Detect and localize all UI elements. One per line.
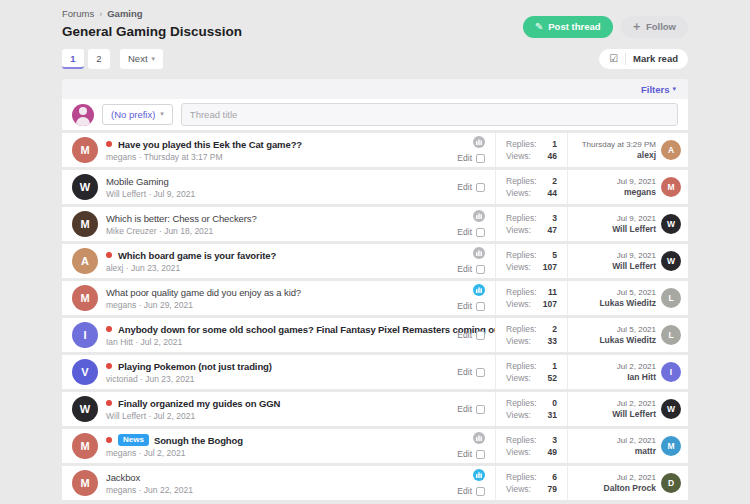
current-user-avatar[interactable] xyxy=(72,104,94,126)
last-post-avatar[interactable]: W xyxy=(661,399,681,419)
thread-author-link[interactable]: megans xyxy=(106,485,136,495)
last-post-user-link[interactable]: Lukas Wieditz xyxy=(599,298,656,308)
thread-author-link[interactable]: Will Leffert xyxy=(106,411,146,421)
last-post-date-link[interactable]: Jul 2, 2021 xyxy=(617,436,656,445)
last-post-date-link[interactable]: Jul 9, 2021 xyxy=(617,177,656,186)
thread-title-link[interactable]: Sonugh the Boghog xyxy=(154,435,243,446)
last-post-user-link[interactable]: alexj xyxy=(582,150,656,160)
thread-author-link[interactable]: Will Leffert xyxy=(106,189,146,199)
edit-link[interactable]: Edit xyxy=(457,227,472,237)
thread-avatar[interactable]: M xyxy=(72,137,98,163)
last-post-user-link[interactable]: Will Leffert xyxy=(612,261,656,271)
toolbar: 1 2 Next ▾ ☑ Mark read xyxy=(62,49,688,69)
thread-avatar[interactable]: V xyxy=(72,359,98,385)
page-button-2[interactable]: 2 xyxy=(88,49,110,69)
thread-select-checkbox[interactable] xyxy=(476,154,485,163)
last-post-user-link[interactable]: mattr xyxy=(617,446,656,456)
edit-link[interactable]: Edit xyxy=(457,182,472,192)
post-thread-button[interactable]: ✎ Post thread xyxy=(523,16,613,38)
thread-avatar[interactable]: I xyxy=(72,322,98,348)
edit-link[interactable]: Edit xyxy=(457,404,472,414)
thread-title-link[interactable]: Have you played this Eek the Cat game?? xyxy=(118,139,302,150)
edit-link[interactable]: Edit xyxy=(457,301,472,311)
last-post-date-link[interactable]: Jul 2, 2021 xyxy=(612,399,656,408)
last-post-user-link[interactable]: Will Leffert xyxy=(612,409,656,419)
thread-select-checkbox[interactable] xyxy=(476,368,485,377)
thread-author-link[interactable]: megans xyxy=(106,152,136,162)
thread-select-checkbox[interactable] xyxy=(476,302,485,311)
thread-title-link[interactable]: Which board game is your favorite? xyxy=(118,250,276,261)
last-post-date-link[interactable]: Jul 2, 2021 xyxy=(604,473,656,482)
last-post-avatar[interactable]: D xyxy=(661,473,681,493)
last-post-avatar[interactable]: I xyxy=(661,362,681,382)
last-post-user-link[interactable]: Ian Hitt xyxy=(617,372,656,382)
thread-title-input[interactable] xyxy=(181,103,678,126)
views-label: Views: xyxy=(506,300,531,309)
thread-title-link[interactable]: Which is better: Chess or Checkers? xyxy=(106,213,257,224)
edit-link[interactable]: Edit xyxy=(457,153,472,163)
thread-title-link[interactable]: Anybody down for some old school games? … xyxy=(118,324,495,335)
thread-avatar[interactable]: M xyxy=(72,211,98,237)
last-post-avatar[interactable]: W xyxy=(661,214,681,234)
views-label: Views: xyxy=(506,226,531,235)
next-page-button[interactable]: Next ▾ xyxy=(120,49,163,69)
thread-author-link[interactable]: victoriad xyxy=(106,374,138,384)
last-post-user-link[interactable]: megans xyxy=(617,187,656,197)
thread-avatar[interactable]: W xyxy=(72,174,98,200)
last-post-avatar[interactable]: L xyxy=(661,325,681,345)
last-post-user-link[interactable]: Lukas Wieditz xyxy=(599,335,656,345)
thread-select-checkbox[interactable] xyxy=(476,265,485,274)
last-post-avatar[interactable]: L xyxy=(661,288,681,308)
thread-select-checkbox[interactable] xyxy=(476,450,485,459)
thread-author-link[interactable]: alexj xyxy=(106,263,123,273)
thread-author-link[interactable]: megans xyxy=(106,300,136,310)
thread-select-checkbox[interactable] xyxy=(476,183,485,192)
thread-title-link[interactable]: What poor quality game did you enjoy as … xyxy=(106,287,301,298)
thread-title-link[interactable]: Jackbox xyxy=(106,472,140,483)
last-post-avatar[interactable]: W xyxy=(661,251,681,271)
follow-button[interactable]: + Follow xyxy=(621,16,688,38)
breadcrumb-forums-link[interactable]: Forums xyxy=(62,8,94,19)
edit-link[interactable]: Edit xyxy=(457,449,472,459)
mark-read-button[interactable]: ☑ Mark read xyxy=(599,49,688,69)
thread-title-link[interactable]: Playing Pokemon (not just trading) xyxy=(118,361,272,372)
edit-link[interactable]: Edit xyxy=(457,264,472,274)
thread-avatar[interactable]: M xyxy=(72,285,98,311)
thread-avatar[interactable]: A xyxy=(72,248,98,274)
last-post-user-link[interactable]: Will Leffert xyxy=(612,224,656,234)
edit-link[interactable]: Edit xyxy=(457,367,472,377)
last-post-date-link[interactable]: Thursday at 3:29 PM xyxy=(582,140,656,149)
thread-select-checkbox[interactable] xyxy=(476,487,485,496)
last-post-date-link[interactable]: Jul 9, 2021 xyxy=(612,214,656,223)
edit-link[interactable]: Edit xyxy=(457,486,472,496)
thread-title-link[interactable]: Mobile Gaming xyxy=(106,176,169,187)
last-post-avatar[interactable]: A xyxy=(661,140,681,160)
last-post-avatar[interactable]: M xyxy=(661,177,681,197)
replies-count: 2 xyxy=(552,325,557,334)
last-post-date-link[interactable]: Jul 5, 2021 xyxy=(599,325,656,334)
edit-link[interactable]: Edit xyxy=(457,330,472,340)
thread-avatar[interactable]: W xyxy=(72,396,98,422)
thread-avatar[interactable]: M xyxy=(72,470,98,496)
filters-button[interactable]: Filters ▾ xyxy=(641,84,676,95)
last-post-avatar[interactable]: M xyxy=(661,436,681,456)
thread-select-checkbox[interactable] xyxy=(476,228,485,237)
thread-author-link[interactable]: megans xyxy=(106,448,136,458)
page-button-1[interactable]: 1 xyxy=(62,49,84,69)
breadcrumb-gaming-link[interactable]: Gaming xyxy=(107,8,142,19)
prefix-select[interactable]: (No prefix) ▾ xyxy=(102,104,173,125)
last-post-user-link[interactable]: Dalton Prock xyxy=(604,483,656,493)
thread-avatar[interactable]: M xyxy=(72,433,98,459)
last-post-date-link[interactable]: Jul 9, 2021 xyxy=(612,251,656,260)
thread-author-link[interactable]: Ian Hitt xyxy=(106,337,133,347)
last-post-date-link[interactable]: Jul 5, 2021 xyxy=(599,288,656,297)
thread-select-checkbox[interactable] xyxy=(476,331,485,340)
thread-select-checkbox[interactable] xyxy=(476,405,485,414)
replies-label: Replies: xyxy=(506,214,537,223)
post-thread-label: Post thread xyxy=(548,22,600,32)
thread-title-link[interactable]: Finally organized my guides on GGN xyxy=(118,398,280,409)
replies-label: Replies: xyxy=(506,399,537,408)
last-post-date-link[interactable]: Jul 2, 2021 xyxy=(617,362,656,371)
avatar-initial: A xyxy=(81,255,89,267)
thread-author-link[interactable]: Mike Creuzer xyxy=(106,226,157,236)
